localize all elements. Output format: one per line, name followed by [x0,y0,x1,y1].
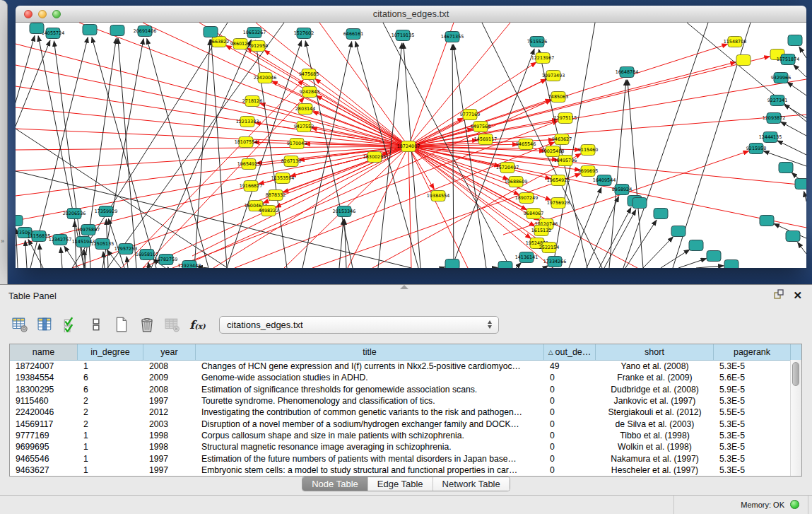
vertical-scrollbar[interactable] [790,360,801,476]
panel-collapse-mark[interactable]: » [1,238,4,245]
graph-node[interactable] [182,261,196,269]
table-cell[interactable]: 9463627 [10,465,78,475]
graph-node[interactable] [284,156,298,167]
graph-node[interactable] [498,262,512,269]
table-cell[interactable]: Disruption of a novel member of a sodium… [196,419,544,429]
graph-node[interactable] [581,166,595,177]
table-row[interactable]: 1938455462009Genome-wide association stu… [10,372,801,383]
table-cell[interactable]: 1 [78,361,143,371]
delete-table-icon[interactable] [137,315,156,334]
graph-node[interactable] [749,144,763,154]
graph-node[interactable] [76,237,90,247]
table-cell[interactable]: Tibbo et al. (1998) [596,431,714,440]
graph-node[interactable] [233,39,247,49]
graph-node[interactable] [767,113,781,124]
graph-node[interactable] [159,255,173,265]
graph-node[interactable] [261,206,276,216]
graph-hub-node[interactable] [401,141,416,152]
graph-node[interactable] [249,201,263,211]
graph-node[interactable] [212,37,226,47]
table-cell[interactable]: 1997 [143,454,196,464]
graph-node[interactable] [240,117,254,127]
table-cell[interactable]: Franke et al. (2009) [596,373,714,382]
table-cell[interactable]: Structural magnetic resonance image aver… [196,442,544,452]
graph-node[interactable] [724,260,739,269]
table-cell[interactable]: 9699695 [10,442,78,452]
graph-node[interactable] [786,231,800,242]
panel-resize-grip[interactable] [400,285,408,289]
graph-node[interactable] [46,28,60,39]
graph-node[interactable] [551,92,565,103]
graph-node[interactable] [99,206,113,217]
column-header-short[interactable]: short [596,344,714,360]
graph-node[interactable] [258,73,272,83]
graph-node[interactable] [32,231,46,242]
graph-node[interactable] [346,29,360,40]
table-cell[interactable]: 5.3E-5 [714,396,791,406]
table-cell[interactable]: 6 [78,373,143,382]
table-cell[interactable]: 5.3E-5 [714,419,791,429]
table-row[interactable]: 1456911722003Disruption of a novel membe… [10,418,801,429]
table-cell[interactable]: Changes of HCN gene expression and I(f) … [196,361,544,371]
column-header-in-degree[interactable]: in_degree [78,344,143,360]
graph-node[interactable] [581,145,595,156]
table-cell[interactable]: 1 [78,454,143,464]
table-cell[interactable]: 2008 [143,361,196,371]
graph-node[interactable] [445,32,459,42]
table-cell[interactable]: Yano et al. (2008) [596,361,714,371]
graph-node[interactable] [707,251,721,262]
graph-node[interactable] [728,37,742,47]
graph-node[interactable] [509,177,523,187]
column-header-out-de-[interactable]: △out_de… [544,344,596,360]
graph-node[interactable] [519,193,534,204]
graph-node[interactable] [558,156,572,166]
graph-node[interactable] [53,235,67,245]
graph-node[interactable] [245,96,259,107]
graph-node[interactable] [95,239,110,250]
table-cell[interactable]: 14569117 [10,419,78,429]
graph-node[interactable] [478,134,493,145]
graph-node[interactable] [30,23,44,34]
graph-node[interactable] [779,163,793,173]
table-row[interactable]: 946362711997Embryonic stem cells: a mode… [10,465,801,476]
table-cell[interactable]: Dudbridge et al. (2008) [596,385,714,395]
graph-node[interactable] [597,175,611,186]
table-cell[interactable]: 9777169 [10,431,78,440]
graph-node[interactable] [239,137,253,148]
graph-node[interactable] [558,113,572,124]
table-cell[interactable]: 18300295 [10,385,78,395]
column-header-pagerank[interactable]: pagerank [714,344,791,360]
table-selector-dropdown[interactable]: citations_edges.txt [219,316,499,334]
table-cell[interactable]: 2 [78,396,143,406]
graph-node[interactable] [247,28,261,38]
table-cell[interactable]: 18724007 [10,361,78,371]
graph-node[interactable] [795,179,806,189]
graph-node[interactable] [445,259,459,269]
table-cell[interactable]: 5.3E-5 [714,442,791,452]
table-cell[interactable]: 5.6E-5 [714,373,791,382]
graph-node[interactable] [620,67,634,78]
table-row[interactable]: 969969511998Structural magnetic resonanc… [10,441,801,452]
graph-node[interactable] [763,132,777,143]
graph-node[interactable] [519,139,533,150]
graph-node[interactable] [251,41,265,52]
graph-node[interactable] [774,73,788,83]
table-settings-icon[interactable] [10,315,29,334]
table-cell[interactable]: 2012 [143,407,196,417]
table-row[interactable]: 1872400712008Changes of HCN gene express… [10,361,801,372]
graph-node[interactable] [500,163,514,173]
graph-node[interactable] [555,134,569,145]
graph-node[interactable] [302,87,317,98]
table-cell[interactable]: 5.3E-5 [714,431,791,440]
network-canvas[interactable]: 1872400718300295193845549777169649756814… [16,23,806,268]
table-cell[interactable]: 5.5E-5 [714,407,791,417]
scrollbar-thumb[interactable] [792,362,799,386]
table-cell[interactable]: 0 [544,465,596,475]
table-cell[interactable]: 0 [544,431,596,440]
table-cell[interactable]: 0 [544,419,596,429]
table-row[interactable]: 911546021997Tourette syndrome. Phenomeno… [10,395,801,407]
graph-node[interactable] [546,71,560,81]
table-cell[interactable]: Wolkin et al. (1998) [596,442,714,452]
graph-node[interactable] [548,257,562,267]
graph-node[interactable] [473,122,488,132]
